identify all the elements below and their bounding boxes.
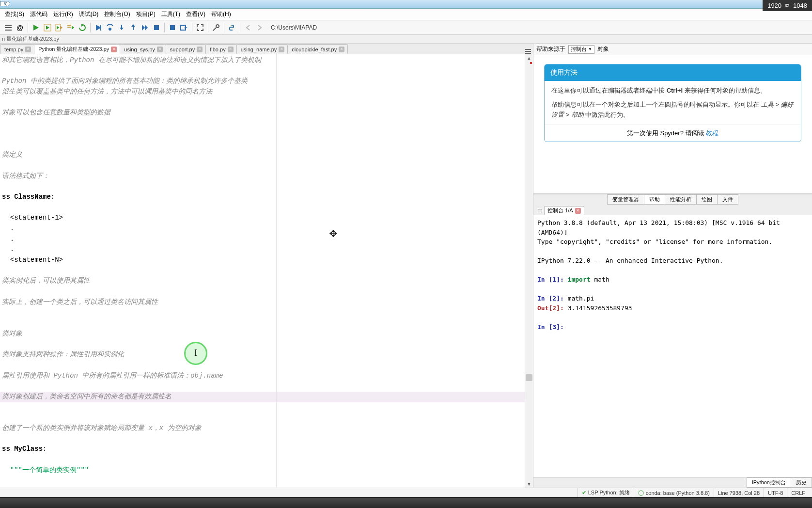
close-icon[interactable]: × [197, 47, 203, 52]
exit-debug-button[interactable] [179, 22, 189, 33]
menu-console[interactable]: 控制台(O) [101, 9, 133, 19]
os-taskbar[interactable] [0, 497, 812, 508]
stop-button[interactable] [167, 22, 178, 33]
forward-button[interactable] [254, 22, 265, 33]
usage-title: 使用方法 [545, 64, 801, 81]
stop-debug-button[interactable] [151, 22, 162, 33]
svg-marker-12 [81, 24, 83, 27]
tabs-menu-icon[interactable] [523, 49, 533, 54]
menu-help[interactable]: 帮助(H) [208, 9, 234, 19]
menu-find[interactable]: 查找(S) [2, 9, 27, 19]
svg-rect-21 [170, 25, 175, 30]
scrollbar-thumb[interactable] [526, 374, 532, 381]
tab-variable-explorer[interactable]: 变量管理器 [607, 194, 644, 205]
editor-scrollbar[interactable]: ▲ ▼ [525, 54, 533, 488]
tab-history[interactable]: 历史 [791, 477, 812, 488]
editor-tabs: temp.py× Python 量化编程基础-2023.py× using_sy… [0, 44, 533, 54]
tab-using-name[interactable]: using_name.py× [236, 44, 288, 54]
menu-run[interactable]: 运行(R) [50, 9, 76, 19]
statusbar: ✔LSP Python: 就绪 ◯conda: base (Python 3.8… [0, 488, 812, 497]
scroll-up-icon[interactable]: ▲ [525, 54, 533, 62]
preferences-button[interactable] [211, 22, 221, 33]
console-output[interactable]: Python 3.8.8 (default, Apr 13 2021, 15:0… [533, 215, 812, 477]
scrollbar-marker [530, 62, 532, 64]
code-line: 创建了一个新的类实例并将该对象赋给局部变量 x，x 为空的对象 [0, 423, 531, 434]
tab-support[interactable]: support.py× [166, 44, 206, 54]
step-out-button[interactable] [128, 22, 139, 33]
menu-view[interactable]: 查看(V) [183, 9, 208, 19]
code-line [0, 455, 531, 465]
tab-ipython-console[interactable]: IPython控制台 [747, 477, 791, 488]
menubar[interactable]: 查找(S) 源代码 运行(R) 调试(D) 控制台(O) 项目(P) 工具(T)… [0, 9, 812, 20]
close-icon[interactable]: × [228, 47, 234, 52]
menu-source[interactable]: 源代码 [27, 9, 50, 19]
close-icon[interactable]: × [157, 47, 163, 52]
menu-debug[interactable]: 调试(D) [76, 9, 102, 19]
run-selection-button[interactable] [65, 22, 76, 33]
debug-button[interactable] [93, 22, 104, 33]
console-pane-icon[interactable]: ☐ [535, 208, 544, 215]
continue-button[interactable] [140, 22, 150, 33]
resolution-badge: 1920⧉1048 [763, 0, 812, 11]
step-button[interactable] [105, 22, 115, 33]
tab-profiler[interactable]: 性能分析 [665, 194, 697, 205]
tab-cloudpickle[interactable]: cloudpickle_fast.py× [287, 44, 348, 54]
code-line [0, 434, 531, 444]
at-button[interactable]: @ [15, 22, 25, 33]
close-icon[interactable]: × [339, 47, 344, 52]
code-line [0, 381, 531, 392]
code-line: 类定义 [0, 150, 531, 160]
outline-button[interactable] [3, 22, 14, 33]
maximize-pane-button[interactable] [195, 22, 205, 33]
code-line: . [0, 223, 531, 234]
tutorial-link[interactable]: 教程 [706, 129, 718, 137]
code-line: 类实例化后，可以使用其属性 [0, 276, 531, 286]
status-conda[interactable]: ◯conda: base (Python 3.8.8) [634, 488, 714, 497]
status-encoding: UTF-8 [764, 488, 787, 497]
rerun-button[interactable] [77, 22, 88, 33]
status-lsp[interactable]: ✔LSP Python: 就绪 [578, 488, 634, 497]
code-line: """一个简单的类实例""" [0, 465, 531, 476]
code-line [0, 181, 531, 192]
console-bottom-tabs: IPython控制台 历史 [533, 477, 812, 488]
run-cell-button[interactable] [42, 22, 53, 33]
menu-project[interactable]: 项目(P) [133, 9, 158, 19]
python-path-button[interactable] [227, 22, 237, 33]
code-line: 语法格式如下： [0, 171, 531, 182]
code-editor[interactable]: 和其它编程语言相比，Python 在尽可能不增加新的语法和语义的情况下加入了类机… [0, 54, 533, 488]
svg-rect-9 [67, 25, 71, 26]
code-line: ss ClassName: [0, 192, 531, 203]
console-pane: ☐ 控制台 1/A× Python 3.8.8 (default, Apr 13… [533, 205, 812, 488]
tab-main[interactable]: Python 量化编程基础-2023.py× [34, 44, 120, 54]
run-button[interactable] [31, 22, 41, 33]
scroll-down-icon[interactable]: ▼ [525, 480, 533, 488]
tab-help[interactable]: 帮助 [644, 194, 665, 205]
close-icon[interactable]: × [279, 47, 284, 52]
tab-fibo[interactable]: fibo.py× [205, 44, 236, 54]
svg-point-24 [231, 25, 232, 26]
status-cursor: Line 7938, Col 28 [714, 488, 764, 497]
tab-files[interactable]: 文件 [717, 194, 738, 205]
svg-marker-19 [145, 25, 148, 31]
step-in-button[interactable] [116, 22, 127, 33]
console-prompt[interactable]: In [3]: [537, 322, 808, 332]
code-line [0, 413, 531, 423]
code-line [0, 308, 531, 318]
console-tab-1a[interactable]: 控制台 1/A× [544, 206, 584, 215]
code-line [0, 402, 531, 413]
tab-using-sys[interactable]: using_sys.py× [120, 44, 166, 54]
code-line [0, 266, 531, 276]
help-source-label: 帮助来源于 [536, 45, 565, 53]
code-line: 属性引用使用和 Python 中所有的属性引用一样的标准语法：obj.name [0, 371, 531, 381]
run-cell-advance-button[interactable] [54, 22, 64, 33]
close-icon[interactable]: × [25, 47, 31, 52]
svg-rect-0 [5, 25, 12, 26]
help-source-combo[interactable]: 控制台 ▼ [568, 45, 594, 54]
code-line: ss MyClass: [0, 444, 531, 455]
tab-plots[interactable]: 绘图 [696, 194, 718, 205]
close-icon[interactable]: × [575, 208, 581, 214]
back-button[interactable] [243, 22, 253, 33]
tab-temp[interactable]: temp.py× [0, 44, 34, 54]
menu-tools[interactable]: 工具(T) [158, 9, 183, 19]
close-icon[interactable]: × [111, 47, 117, 52]
